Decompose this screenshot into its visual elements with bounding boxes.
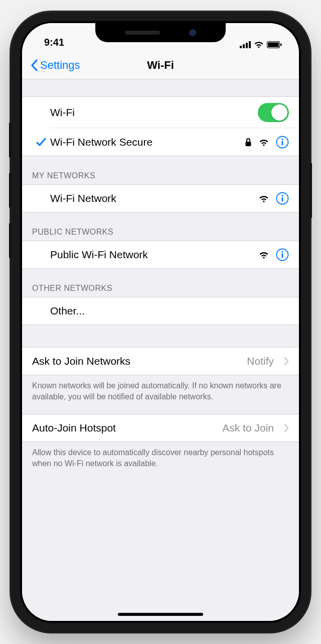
nav-title: Wi-Fi [147, 59, 174, 72]
svg-point-12 [281, 195, 283, 196]
cellular-icon [240, 41, 251, 48]
chevron-right-icon [284, 357, 289, 366]
checkmark-icon [32, 137, 50, 148]
info-icon[interactable] [276, 192, 289, 205]
screen: 9:41 Settings Wi-Fi Wi-Fi [22, 23, 299, 621]
back-button[interactable]: Settings [30, 59, 80, 72]
svg-rect-2 [246, 43, 248, 48]
status-time: 9:41 [44, 37, 64, 48]
svg-rect-7 [246, 142, 251, 146]
other-label: Other... [50, 305, 289, 317]
ask-to-join-label: Ask to Join Networks [32, 355, 247, 367]
auto-join-footer: Allow this device to automatically disco… [22, 442, 299, 473]
battery-icon [267, 41, 282, 48]
home-indicator[interactable] [118, 613, 203, 616]
svg-rect-10 [282, 141, 283, 146]
wifi-signal-icon [259, 139, 269, 146]
public-network-row[interactable]: Public Wi-Fi Network [22, 241, 299, 269]
connected-network-row[interactable]: Wi-Fi Network Secure [22, 128, 299, 156]
spacer [22, 473, 299, 503]
public-network-name: Public Wi-Fi Network [50, 249, 259, 261]
auto-join-row[interactable]: Auto-Join Hotspot Ask to Join [22, 414, 299, 442]
wifi-switch[interactable] [258, 103, 289, 122]
other-networks-header: OTHER NETWORKS [22, 269, 299, 297]
my-network-name: Wi-Fi Network [50, 192, 259, 204]
notch [95, 23, 226, 42]
my-network-row[interactable]: Wi-Fi Network [22, 184, 299, 212]
connected-network-name: Wi-Fi Network Secure [50, 136, 245, 148]
back-label: Settings [40, 59, 80, 72]
other-network-row[interactable]: Other... [22, 297, 299, 325]
phone-frame: 9:41 Settings Wi-Fi Wi-Fi [11, 12, 310, 632]
auto-join-label: Auto-Join Hotspot [32, 422, 222, 434]
nav-bar: Settings Wi-Fi [22, 51, 299, 79]
spacer [22, 406, 299, 414]
speaker [125, 31, 160, 35]
auto-join-value: Ask to Join [222, 422, 274, 434]
svg-point-9 [281, 139, 283, 140]
status-right [240, 41, 282, 48]
info-icon[interactable] [276, 136, 289, 149]
svg-rect-5 [268, 42, 279, 47]
svg-rect-16 [282, 254, 283, 258]
my-networks-header: MY NETWORKS [22, 156, 299, 184]
wifi-toggle-row: Wi-Fi [22, 96, 299, 128]
svg-rect-6 [280, 44, 282, 46]
ask-to-join-row[interactable]: Ask to Join Networks Notify [22, 347, 299, 375]
spacer [22, 325, 299, 347]
svg-rect-0 [240, 46, 242, 48]
wifi-icon [254, 41, 264, 48]
info-icon[interactable] [276, 248, 289, 261]
wifi-signal-icon [259, 195, 269, 202]
svg-point-15 [281, 251, 283, 253]
chevron-left-icon [30, 59, 38, 71]
content[interactable]: Wi-Fi Wi-Fi Network Secure MY N [22, 79, 299, 621]
spacer [22, 79, 299, 96]
wifi-signal-icon [259, 251, 269, 259]
svg-rect-13 [282, 197, 283, 202]
wifi-toggle-label: Wi-Fi [50, 106, 258, 119]
ask-to-join-value: Notify [247, 355, 274, 367]
ask-to-join-footer: Known networks will be joined automatica… [22, 375, 299, 406]
svg-rect-1 [243, 44, 245, 48]
svg-rect-3 [249, 41, 251, 48]
bezel: 9:41 Settings Wi-Fi Wi-Fi [20, 21, 301, 623]
lock-icon [245, 138, 252, 147]
chevron-right-icon [284, 423, 289, 433]
front-camera [189, 29, 196, 36]
public-networks-header: PUBLIC NETWORKS [22, 212, 299, 241]
